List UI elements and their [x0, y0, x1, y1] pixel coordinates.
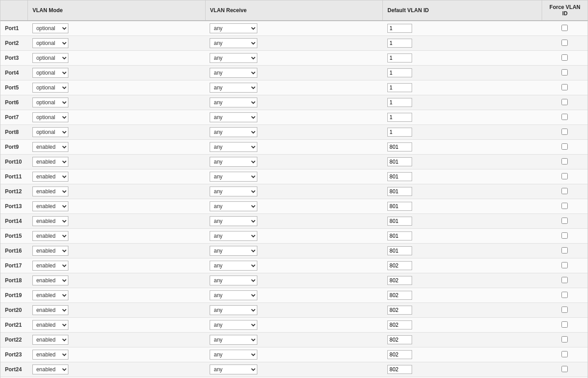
default-vlan-id-input[interactable] — [387, 187, 412, 196]
vlan-mode-select[interactable]: optionalenableddisabledstrict — [32, 142, 68, 152]
default-vlan-id-input[interactable] — [387, 261, 412, 270]
vlan-receive-select[interactable]: anyonly taggedonly untagged — [210, 201, 257, 211]
vlan-mode-select[interactable]: optionalenableddisabledstrict — [32, 98, 68, 107]
vlan-mode-select[interactable]: optionalenableddisabledstrict — [32, 335, 68, 345]
default-vlan-id-input[interactable] — [387, 83, 412, 92]
vlan-receive-select[interactable]: anyonly taggedonly untagged — [210, 157, 257, 167]
vlan-receive-select[interactable]: anyonly taggedonly untagged — [210, 98, 257, 107]
vlan-mode-select[interactable]: optionalenableddisabledstrict — [32, 187, 68, 196]
default-vlan-id-input[interactable] — [387, 217, 412, 226]
vlan-receive-select[interactable]: anyonly taggedonly untagged — [210, 276, 257, 285]
default-vlan-id-input[interactable] — [387, 246, 412, 255]
vlan-mode-select[interactable]: optionalenableddisabledstrict — [32, 23, 68, 33]
vlan-receive-select[interactable]: anyonly taggedonly untagged — [210, 261, 257, 271]
vlan-mode-select[interactable]: optionalenableddisabledstrict — [32, 157, 68, 167]
default-vlan-id-input[interactable] — [387, 350, 412, 359]
default-vlan-id-input[interactable] — [387, 231, 412, 240]
force-vlan-id-checkbox[interactable] — [561, 114, 568, 120]
vlan-mode-select[interactable]: optionalenableddisabledstrict — [32, 112, 68, 122]
force-vlan-id-checkbox[interactable] — [561, 262, 568, 268]
vlan-receive-select[interactable]: anyonly taggedonly untagged — [210, 231, 257, 241]
force-vlan-id-checkbox[interactable] — [561, 143, 568, 150]
vlan-mode-select[interactable]: optionalenableddisabledstrict — [32, 83, 68, 93]
vlan-mode-select[interactable]: optionalenableddisabledstrict — [32, 172, 68, 182]
vlan-receive-select[interactable]: anyonly taggedonly untagged — [210, 38, 257, 48]
vlan-mode-select[interactable]: optionalenableddisabledstrict — [32, 127, 68, 137]
vlan-mode-select[interactable]: optionalenableddisabledstrict — [32, 201, 68, 211]
vlan-receive-select[interactable]: anyonly taggedonly untagged — [210, 290, 257, 300]
default-vlan-id-input[interactable] — [387, 128, 412, 137]
default-vlan-id-input[interactable] — [387, 68, 412, 77]
default-vlan-id-input[interactable] — [387, 53, 412, 62]
vlan-receive-cell: anyonly taggedonly untagged — [205, 362, 383, 377]
vlan-mode-select[interactable]: optionalenableddisabledstrict — [32, 350, 68, 360]
default-vlan-id-input[interactable] — [387, 24, 412, 33]
force-vlan-id-checkbox[interactable] — [561, 321, 568, 328]
force-vlan-id-checkbox[interactable] — [561, 158, 568, 165]
vlan-receive-select[interactable]: anyonly taggedonly untagged — [210, 23, 257, 33]
force-vlan-id-checkbox[interactable] — [561, 218, 568, 224]
vlan-mode-select[interactable]: optionalenableddisabledstrict — [32, 246, 68, 256]
vlan-mode-select[interactable]: optionalenableddisabledstrict — [32, 68, 68, 78]
vlan-receive-select[interactable]: anyonly taggedonly untagged — [210, 68, 257, 78]
vlan-mode-select[interactable]: optionalenableddisabledstrict — [32, 290, 68, 300]
default-vlan-id-input[interactable] — [387, 98, 412, 107]
force-vlan-id-checkbox[interactable] — [561, 366, 568, 372]
vlan-receive-select[interactable]: anyonly taggedonly untagged — [210, 172, 257, 182]
vlan-receive-select[interactable]: anyonly taggedonly untagged — [210, 335, 257, 345]
force-vlan-id-checkbox[interactable] — [561, 351, 568, 357]
vlan-mode-select[interactable]: optionalenableddisabledstrict — [32, 231, 68, 241]
force-vlan-id-checkbox[interactable] — [561, 307, 568, 313]
vlan-receive-select[interactable]: anyonly taggedonly untagged — [210, 305, 257, 315]
force-vlan-id-checkbox[interactable] — [561, 173, 568, 179]
default-vlan-id-input[interactable] — [387, 172, 412, 181]
vlan-receive-select[interactable]: anyonly taggedonly untagged — [210, 142, 257, 152]
default-vlan-id-input[interactable] — [387, 276, 412, 285]
force-vlan-id-checkbox[interactable] — [561, 203, 568, 209]
vlan-receive-cell: anyonly taggedonly untagged — [205, 155, 383, 169]
force-vlan-id-checkbox[interactable] — [561, 188, 568, 194]
default-vlan-id-input[interactable] — [387, 39, 412, 48]
vlan-receive-select[interactable]: anyonly taggedonly untagged — [210, 127, 257, 137]
default-vlan-id-input[interactable] — [387, 306, 412, 315]
vlan-receive-select[interactable]: anyonly taggedonly untagged — [210, 187, 257, 196]
vlan-mode-select[interactable]: optionalenableddisabledstrict — [32, 53, 68, 63]
default-vlan-id-input[interactable] — [387, 365, 412, 374]
vlan-receive-select[interactable]: anyonly taggedonly untagged — [210, 112, 257, 122]
vlan-mode-select[interactable]: optionalenableddisabledstrict — [32, 261, 68, 271]
force-vlan-id-checkbox[interactable] — [561, 292, 568, 298]
force-vlan-id-cell — [542, 347, 588, 362]
force-vlan-id-checkbox[interactable] — [561, 336, 568, 342]
vlan-mode-select[interactable]: optionalenableddisabledstrict — [32, 365, 68, 374]
force-vlan-id-checkbox[interactable] — [561, 69, 568, 76]
default-vlan-id-input[interactable] — [387, 113, 412, 122]
vlan-receive-select[interactable]: anyonly taggedonly untagged — [210, 53, 257, 63]
vlan-mode-select[interactable]: optionalenableddisabledstrict — [32, 216, 68, 226]
vlan-mode-select[interactable]: optionalenableddisabledstrict — [32, 305, 68, 315]
force-vlan-id-checkbox[interactable] — [561, 25, 568, 31]
default-vlan-id-input[interactable] — [387, 320, 412, 329]
port-label: Port24 — [0, 362, 28, 377]
force-vlan-id-checkbox[interactable] — [561, 99, 568, 105]
force-vlan-id-checkbox[interactable] — [561, 277, 568, 283]
force-vlan-id-checkbox[interactable] — [561, 40, 568, 46]
force-vlan-id-checkbox[interactable] — [561, 129, 568, 135]
force-vlan-id-checkbox[interactable] — [561, 247, 568, 253]
vlan-receive-select[interactable]: anyonly taggedonly untagged — [210, 83, 257, 93]
vlan-receive-select[interactable]: anyonly taggedonly untagged — [210, 320, 257, 330]
vlan-mode-select[interactable]: optionalenableddisabledstrict — [32, 38, 68, 48]
default-vlan-id-input[interactable] — [387, 291, 412, 300]
default-vlan-id-input[interactable] — [387, 157, 412, 166]
vlan-mode-select[interactable]: optionalenableddisabledstrict — [32, 320, 68, 330]
vlan-mode-select[interactable]: optionalenableddisabledstrict — [32, 276, 68, 285]
default-vlan-id-input[interactable] — [387, 202, 412, 211]
vlan-receive-select[interactable]: anyonly taggedonly untagged — [210, 350, 257, 360]
default-vlan-id-input[interactable] — [387, 335, 412, 344]
vlan-receive-select[interactable]: anyonly taggedonly untagged — [210, 246, 257, 256]
vlan-receive-select[interactable]: anyonly taggedonly untagged — [210, 365, 257, 374]
force-vlan-id-checkbox[interactable] — [561, 232, 568, 239]
force-vlan-id-checkbox[interactable] — [561, 84, 568, 90]
vlan-receive-select[interactable]: anyonly taggedonly untagged — [210, 216, 257, 226]
default-vlan-id-input[interactable] — [387, 142, 412, 151]
force-vlan-id-checkbox[interactable] — [561, 54, 568, 61]
